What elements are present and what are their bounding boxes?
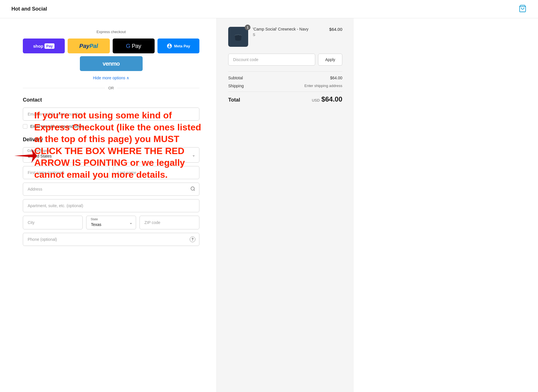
product-quantity-badge: 1	[245, 25, 250, 30]
venmo-label: venmo	[103, 60, 120, 67]
country-select[interactable]: United States	[23, 147, 199, 163]
product-name: 'Camp Social' Crewneck - Navy	[253, 27, 325, 31]
shipping-value: Enter shipping address	[304, 84, 342, 88]
zip-input[interactable]	[139, 216, 199, 229]
name-row	[23, 166, 199, 179]
country-select-wrapper: Country/Region United States ⌄	[23, 147, 199, 163]
site-title: Hot and Social	[11, 6, 47, 12]
shipping-label: Shipping	[228, 84, 244, 88]
city-input[interactable]	[23, 216, 83, 229]
last-name-input[interactable]	[113, 166, 200, 179]
address-input[interactable]	[23, 183, 199, 196]
paypal-button[interactable]: PayPal	[68, 39, 110, 53]
right-panel: 1 'Camp Social' Crewneck - Navy S $64.00…	[217, 18, 354, 392]
venmo-button-row: venmo	[23, 56, 199, 71]
product-price: $64.00	[329, 27, 342, 32]
discount-row: Apply	[228, 54, 342, 66]
city-state-zip-row: State Texas ⌄	[23, 216, 199, 229]
newsletter-row: Email me with news and offers	[23, 124, 199, 129]
product-row: 1 'Camp Social' Crewneck - Navy S $64.00	[228, 27, 342, 47]
payment-buttons-row: shop Pay PayPal G Pay Meta Pay	[23, 39, 199, 53]
subtotal-row: Subtotal $64.00	[228, 76, 342, 80]
phone-info-icon[interactable]: ?	[190, 237, 195, 242]
total-row: Total USD $64.00	[228, 92, 342, 103]
product-image-wrapper: 1	[228, 27, 248, 47]
country-label: Country/Region	[27, 149, 49, 152]
discount-input[interactable]	[228, 54, 315, 66]
hide-options-link[interactable]: Hide more options ∧	[93, 76, 130, 80]
metapay-button[interactable]: Meta Pay	[157, 39, 199, 53]
product-image	[228, 27, 248, 47]
shipping-row: Shipping Enter shipping address	[228, 84, 342, 88]
subtotal-value: $64.00	[330, 76, 342, 80]
header: Hot and Social	[0, 0, 538, 18]
express-checkout-label: Express checkout	[23, 30, 199, 34]
phone-input[interactable]	[23, 233, 199, 246]
address-search-icon	[190, 186, 195, 192]
summary-divider	[228, 71, 342, 72]
newsletter-checkbox[interactable]	[23, 124, 27, 129]
newsletter-label: Email me with news and offers	[30, 124, 84, 129]
total-currency: USD	[312, 98, 319, 102]
product-info: 'Camp Social' Crewneck - Navy S	[253, 27, 325, 37]
state-select-wrapper: State Texas ⌄	[86, 216, 136, 229]
or-text: OR	[108, 86, 114, 90]
cart-icon[interactable]	[519, 5, 527, 13]
apt-input[interactable]	[23, 199, 199, 212]
shop-pay-button[interactable]: shop Pay	[23, 39, 65, 53]
state-label: State	[91, 217, 98, 221]
total-label: Total	[228, 97, 240, 103]
total-value: $64.00	[321, 95, 342, 103]
or-divider: OR	[23, 86, 199, 90]
delivery-title: Delivery	[23, 137, 199, 143]
venmo-button[interactable]: venmo	[80, 56, 143, 71]
address-wrapper	[23, 183, 199, 196]
email-input[interactable]	[23, 108, 199, 121]
left-panel: Express checkout shop Pay PayPal G Pay	[0, 18, 217, 392]
contact-title: Contact	[23, 97, 199, 103]
gpay-button[interactable]: G Pay	[113, 39, 155, 53]
total-value-wrapper: USD $64.00	[312, 95, 342, 103]
first-name-input[interactable]	[23, 166, 110, 179]
apply-button[interactable]: Apply	[318, 54, 342, 66]
product-variant: S	[253, 33, 325, 37]
svg-point-1	[191, 187, 194, 190]
subtotal-label: Subtotal	[228, 76, 243, 80]
main-layout: Express checkout shop Pay PayPal G Pay	[0, 18, 538, 392]
phone-wrapper: ?	[23, 233, 199, 246]
